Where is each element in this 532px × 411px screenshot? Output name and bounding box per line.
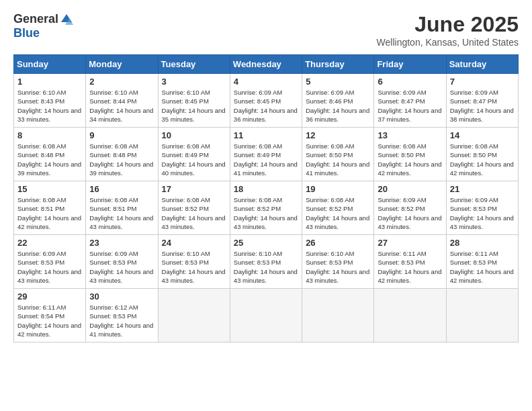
day-info: Sunrise: 6:08 AM Sunset: 8:49 PM Dayligh… <box>234 142 298 177</box>
table-row: 11 Sunrise: 6:08 AM Sunset: 8:49 PM Dayl… <box>230 128 302 181</box>
day-number: 9 <box>89 130 154 140</box>
calendar: Sunday Monday Tuesday Wednesday Thursday… <box>13 54 519 342</box>
table-row <box>230 289 302 342</box>
day-info: Sunrise: 6:08 AM Sunset: 8:50 PM Dayligh… <box>450 142 515 177</box>
header-thursday: Thursday <box>302 55 374 74</box>
table-row: 17 Sunrise: 6:08 AM Sunset: 8:52 PM Dayl… <box>158 181 230 235</box>
day-info: Sunrise: 6:08 AM Sunset: 8:48 PM Dayligh… <box>89 142 154 177</box>
day-number: 23 <box>89 238 154 248</box>
header-saturday: Saturday <box>446 55 518 74</box>
day-number: 27 <box>378 238 442 248</box>
day-info: Sunrise: 6:10 AM Sunset: 8:43 PM Dayligh… <box>17 88 82 124</box>
day-info: Sunrise: 6:08 AM Sunset: 8:51 PM Dayligh… <box>89 195 154 231</box>
day-number: 30 <box>89 291 154 302</box>
day-info: Sunrise: 6:09 AM Sunset: 8:47 PM Dayligh… <box>378 88 442 124</box>
day-info: Sunrise: 6:08 AM Sunset: 8:48 PM Dayligh… <box>17 142 82 177</box>
day-info: Sunrise: 6:08 AM Sunset: 8:50 PM Dayligh… <box>378 142 442 177</box>
day-number: 14 <box>450 130 515 140</box>
table-row: 22 Sunrise: 6:09 AM Sunset: 8:53 PM Dayl… <box>14 235 86 289</box>
day-info: Sunrise: 6:09 AM Sunset: 8:53 PM Dayligh… <box>17 249 82 285</box>
logo-general-text: General <box>13 12 58 26</box>
day-number: 2 <box>89 77 154 87</box>
day-number: 22 <box>17 238 82 248</box>
day-info: Sunrise: 6:09 AM Sunset: 8:47 PM Dayligh… <box>450 88 515 124</box>
day-number: 4 <box>234 77 298 87</box>
calendar-week-row: 29 Sunrise: 6:11 AM Sunset: 8:54 PM Dayl… <box>14 289 519 342</box>
page: General Blue June 2025 Wellington, Kansa… <box>0 0 532 349</box>
logo-icon <box>60 13 73 26</box>
day-info: Sunrise: 6:11 AM Sunset: 8:53 PM Dayligh… <box>450 249 515 285</box>
day-info: Sunrise: 6:11 AM Sunset: 8:53 PM Dayligh… <box>378 249 442 285</box>
table-row: 7 Sunrise: 6:09 AM Sunset: 8:47 PM Dayli… <box>446 74 518 128</box>
day-info: Sunrise: 6:10 AM Sunset: 8:44 PM Dayligh… <box>89 88 154 124</box>
day-number: 26 <box>306 238 370 248</box>
day-info: Sunrise: 6:09 AM Sunset: 8:46 PM Dayligh… <box>306 88 370 124</box>
calendar-week-row: 1 Sunrise: 6:10 AM Sunset: 8:43 PM Dayli… <box>14 74 519 128</box>
header-wednesday: Wednesday <box>230 55 302 74</box>
header-friday: Friday <box>374 55 446 74</box>
day-info: Sunrise: 6:10 AM Sunset: 8:53 PM Dayligh… <box>306 249 370 285</box>
day-info: Sunrise: 6:10 AM Sunset: 8:53 PM Dayligh… <box>162 249 226 285</box>
table-row: 19 Sunrise: 6:08 AM Sunset: 8:52 PM Dayl… <box>302 181 374 235</box>
day-number: 10 <box>162 130 226 140</box>
day-info: Sunrise: 6:08 AM Sunset: 8:52 PM Dayligh… <box>306 195 370 231</box>
day-number: 1 <box>17 77 82 87</box>
header-monday: Monday <box>86 55 158 74</box>
table-row: 5 Sunrise: 6:09 AM Sunset: 8:46 PM Dayli… <box>302 74 374 128</box>
header-sunday: Sunday <box>14 55 86 74</box>
day-number: 18 <box>234 184 298 194</box>
table-row: 20 Sunrise: 6:09 AM Sunset: 8:52 PM Dayl… <box>374 181 446 235</box>
header-tuesday: Tuesday <box>158 55 230 74</box>
day-number: 12 <box>306 130 370 140</box>
header: General Blue June 2025 Wellington, Kansa… <box>13 12 519 48</box>
day-number: 6 <box>378 77 442 87</box>
day-number: 5 <box>306 77 370 87</box>
calendar-week-row: 15 Sunrise: 6:08 AM Sunset: 8:51 PM Dayl… <box>14 181 519 235</box>
table-row: 4 Sunrise: 6:09 AM Sunset: 8:45 PM Dayli… <box>230 74 302 128</box>
day-info: Sunrise: 6:08 AM Sunset: 8:52 PM Dayligh… <box>162 195 226 231</box>
day-number: 20 <box>378 184 442 194</box>
table-row: 30 Sunrise: 6:12 AM Sunset: 8:53 PM Dayl… <box>86 289 158 342</box>
table-row: 16 Sunrise: 6:08 AM Sunset: 8:51 PM Dayl… <box>86 181 158 235</box>
day-info: Sunrise: 6:09 AM Sunset: 8:53 PM Dayligh… <box>89 249 154 285</box>
day-number: 21 <box>450 184 515 194</box>
table-row: 6 Sunrise: 6:09 AM Sunset: 8:47 PM Dayli… <box>374 74 446 128</box>
table-row: 2 Sunrise: 6:10 AM Sunset: 8:44 PM Dayli… <box>86 74 158 128</box>
table-row: 23 Sunrise: 6:09 AM Sunset: 8:53 PM Dayl… <box>86 235 158 289</box>
month-title: June 2025 <box>377 12 519 37</box>
location: Wellington, Kansas, United States <box>377 37 519 48</box>
weekday-header-row: Sunday Monday Tuesday Wednesday Thursday… <box>14 55 519 74</box>
table-row: 10 Sunrise: 6:08 AM Sunset: 8:49 PM Dayl… <box>158 128 230 181</box>
table-row: 27 Sunrise: 6:11 AM Sunset: 8:53 PM Dayl… <box>374 235 446 289</box>
table-row: 21 Sunrise: 6:09 AM Sunset: 8:53 PM Dayl… <box>446 181 518 235</box>
day-info: Sunrise: 6:09 AM Sunset: 8:52 PM Dayligh… <box>378 195 442 231</box>
day-info: Sunrise: 6:10 AM Sunset: 8:53 PM Dayligh… <box>234 249 298 285</box>
day-info: Sunrise: 6:08 AM Sunset: 8:50 PM Dayligh… <box>306 142 370 177</box>
day-number: 28 <box>450 238 515 248</box>
table-row <box>302 289 374 342</box>
table-row: 18 Sunrise: 6:08 AM Sunset: 8:52 PM Dayl… <box>230 181 302 235</box>
calendar-week-row: 22 Sunrise: 6:09 AM Sunset: 8:53 PM Dayl… <box>14 235 519 289</box>
table-row: 3 Sunrise: 6:10 AM Sunset: 8:45 PM Dayli… <box>158 74 230 128</box>
day-info: Sunrise: 6:12 AM Sunset: 8:53 PM Dayligh… <box>89 303 154 338</box>
day-info: Sunrise: 6:11 AM Sunset: 8:54 PM Dayligh… <box>17 303 82 338</box>
table-row: 9 Sunrise: 6:08 AM Sunset: 8:48 PM Dayli… <box>86 128 158 181</box>
table-row: 8 Sunrise: 6:08 AM Sunset: 8:48 PM Dayli… <box>14 128 86 181</box>
day-number: 8 <box>17 130 82 140</box>
table-row: 14 Sunrise: 6:08 AM Sunset: 8:50 PM Dayl… <box>446 128 518 181</box>
table-row: 28 Sunrise: 6:11 AM Sunset: 8:53 PM Dayl… <box>446 235 518 289</box>
table-row: 15 Sunrise: 6:08 AM Sunset: 8:51 PM Dayl… <box>14 181 86 235</box>
title-block: June 2025 Wellington, Kansas, United Sta… <box>377 12 519 48</box>
day-number: 3 <box>162 77 226 87</box>
table-row: 26 Sunrise: 6:10 AM Sunset: 8:53 PM Dayl… <box>302 235 374 289</box>
day-info: Sunrise: 6:08 AM Sunset: 8:51 PM Dayligh… <box>17 195 82 231</box>
day-number: 7 <box>450 77 515 87</box>
logo-blue-text: Blue <box>13 26 40 40</box>
day-number: 16 <box>89 184 154 194</box>
day-number: 13 <box>378 130 442 140</box>
day-number: 17 <box>162 184 226 194</box>
day-info: Sunrise: 6:10 AM Sunset: 8:45 PM Dayligh… <box>162 88 226 124</box>
table-row: 25 Sunrise: 6:10 AM Sunset: 8:53 PM Dayl… <box>230 235 302 289</box>
table-row <box>158 289 230 342</box>
day-number: 15 <box>17 184 82 194</box>
